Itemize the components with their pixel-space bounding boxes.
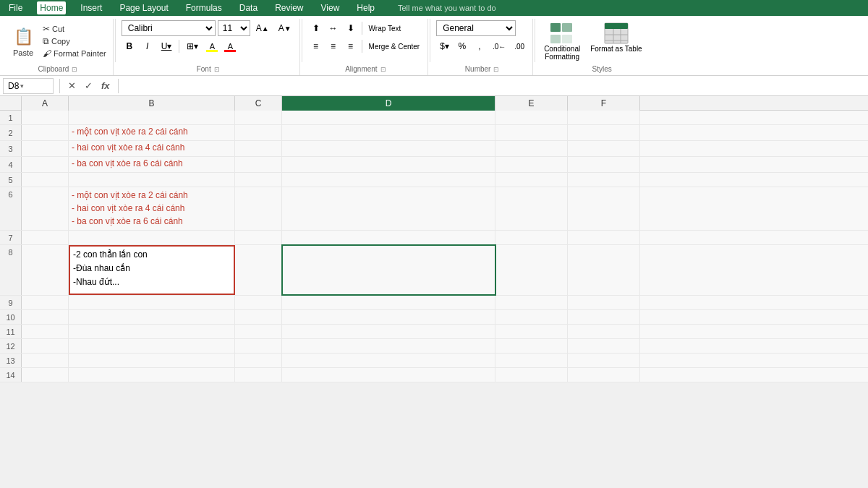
cell-b5[interactable]	[69, 173, 235, 187]
cell-f1[interactable]	[568, 111, 640, 124]
cell-b1[interactable]	[69, 111, 235, 124]
italic-button[interactable]: I	[140, 38, 156, 54]
cell-e13[interactable]	[495, 354, 568, 367]
currency-button[interactable]: $▾	[436, 38, 453, 54]
cell-d12[interactable]	[282, 339, 495, 353]
alignment-expand-icon[interactable]: ⊡	[380, 66, 386, 73]
cell-b14[interactable]	[69, 368, 235, 382]
cell-a4[interactable]	[22, 157, 69, 172]
formula-input[interactable]	[124, 78, 865, 94]
cell-f13[interactable]	[568, 354, 640, 367]
formula-confirm-icon[interactable]: ✓	[82, 80, 95, 91]
align-bottom-button[interactable]: ⬇	[343, 20, 359, 36]
cell-a7[interactable]	[22, 231, 69, 244]
comma-button[interactable]: ,	[472, 38, 488, 54]
bold-button[interactable]: B	[122, 38, 137, 54]
cell-b9[interactable]	[69, 296, 235, 309]
menu-file[interactable]: File	[6, 1, 25, 14]
cell-c8[interactable]	[235, 245, 282, 295]
number-format-select[interactable]: General	[436, 20, 516, 36]
col-header-b[interactable]: B	[69, 96, 235, 111]
cell-b6[interactable]: - một con vịt xòe ra 2 cái cánh - hai co…	[69, 187, 235, 230]
cell-f8[interactable]	[568, 245, 640, 295]
cell-a10[interactable]	[22, 310, 69, 324]
cell-b3[interactable]: - hai con vịt xòe ra 4 cái cánh	[69, 141, 235, 156]
font-name-select[interactable]: Calibri	[122, 20, 216, 36]
cell-f14[interactable]	[568, 368, 640, 382]
cell-d4[interactable]	[282, 157, 495, 172]
clipboard-expand-icon[interactable]: ⊡	[72, 66, 77, 73]
cell-e9[interactable]	[495, 296, 568, 309]
cell-c4[interactable]	[235, 157, 282, 172]
font-expand-icon[interactable]: ⊡	[214, 66, 220, 73]
cell-b13[interactable]	[69, 354, 235, 367]
col-header-d[interactable]: D	[282, 96, 495, 111]
cell-a13[interactable]	[22, 354, 69, 367]
align-top-button[interactable]: ⬆	[308, 20, 324, 36]
fill-color-button[interactable]: A	[204, 38, 220, 54]
cell-a5[interactable]	[22, 173, 69, 187]
cell-c6[interactable]	[235, 187, 282, 230]
cell-d9[interactable]	[282, 296, 495, 309]
cell-e7[interactable]	[495, 231, 568, 244]
menu-help[interactable]: Help	[354, 1, 378, 14]
cell-e1[interactable]	[495, 111, 568, 124]
col-header-c[interactable]: C	[235, 96, 282, 111]
underline-button[interactable]: U▾	[158, 38, 176, 54]
cell-e3[interactable]	[495, 141, 568, 156]
cell-d2[interactable]	[282, 125, 495, 140]
cell-a14[interactable]	[22, 368, 69, 382]
cell-c12[interactable]	[235, 339, 282, 353]
cell-f4[interactable]	[568, 157, 640, 172]
cell-a3[interactable]	[22, 141, 69, 156]
cell-c10[interactable]	[235, 310, 282, 324]
cell-f9[interactable]	[568, 296, 640, 309]
cell-b10[interactable]	[69, 310, 235, 324]
cell-c1[interactable]	[235, 111, 282, 124]
cell-f2[interactable]	[568, 125, 640, 140]
cell-e11[interactable]	[495, 325, 568, 338]
menu-formulas[interactable]: Formulas	[183, 1, 225, 14]
increase-decimal-button[interactable]: .00	[511, 38, 528, 54]
col-header-e[interactable]: E	[495, 96, 568, 111]
cell-f3[interactable]	[568, 141, 640, 156]
cell-reference-box[interactable]: D8 ▾	[3, 78, 54, 94]
cell-f5[interactable]	[568, 173, 640, 187]
cell-c13[interactable]	[235, 354, 282, 367]
cell-a9[interactable]	[22, 296, 69, 309]
cell-d7[interactable]	[282, 231, 495, 244]
cell-f6[interactable]	[568, 187, 640, 230]
menu-data[interactable]: Data	[237, 1, 260, 14]
cell-a1[interactable]	[22, 111, 69, 124]
cell-c11[interactable]	[235, 325, 282, 338]
cell-c7[interactable]	[235, 231, 282, 244]
cell-d3[interactable]	[282, 141, 495, 156]
cell-a12[interactable]	[22, 339, 69, 353]
percent-button[interactable]: %	[454, 38, 470, 54]
cell-c3[interactable]	[235, 141, 282, 156]
cell-c14[interactable]	[235, 368, 282, 382]
copy-button[interactable]: ⧉ Copy	[41, 35, 109, 47]
font-size-select[interactable]: 11	[218, 20, 250, 36]
cell-b8[interactable]: -2 con thẳn lắn con -Đùa nhau cắn -Nhau …	[69, 245, 235, 295]
cell-e8[interactable]	[495, 245, 568, 295]
cell-e2[interactable]	[495, 125, 568, 140]
cell-d10[interactable]	[282, 310, 495, 324]
font-color-button[interactable]: A	[222, 38, 238, 54]
col-header-f[interactable]: F	[568, 96, 640, 111]
cell-d13[interactable]	[282, 354, 495, 367]
decrease-decimal-button[interactable]: .0←	[489, 38, 509, 54]
cell-c5[interactable]	[235, 173, 282, 187]
conditional-formatting-button[interactable]: Conditional Formatting	[541, 20, 583, 62]
cell-f10[interactable]	[568, 310, 640, 324]
align-right-button[interactable]: ≡	[343, 38, 359, 54]
cell-a2[interactable]	[22, 125, 69, 140]
cell-b11[interactable]	[69, 325, 235, 338]
cell-d8[interactable]	[282, 245, 495, 295]
cell-d14[interactable]	[282, 368, 495, 382]
cell-d11[interactable]	[282, 325, 495, 338]
menu-tell-me[interactable]: Tell me what you want to do	[395, 2, 499, 14]
cell-a8[interactable]	[22, 245, 69, 295]
cell-e10[interactable]	[495, 310, 568, 324]
cell-b4[interactable]: - ba con vịt xòe ra 6 cái cánh	[69, 157, 235, 172]
